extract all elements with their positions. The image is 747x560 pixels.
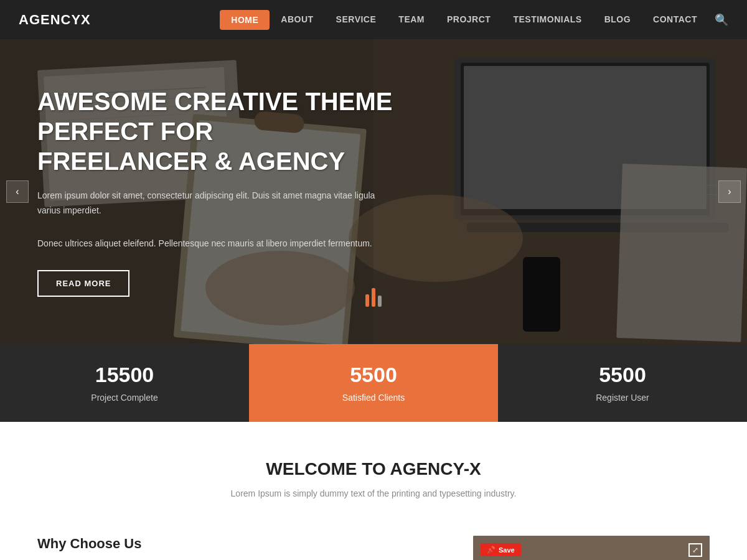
hero-decoration bbox=[365, 288, 382, 307]
hero-prev-button[interactable]: ‹ bbox=[6, 180, 29, 203]
welcome-heading: WELCOME TO AGENCY-X bbox=[19, 459, 728, 479]
hero-content: AWESOME CREATIVE THEME PERFECT FOR FREEL… bbox=[0, 86, 436, 297]
stat-item-projects: 15500 Project Complete bbox=[0, 344, 249, 422]
nav-item-contact[interactable]: CONTACT bbox=[642, 0, 708, 39]
save-label: Save bbox=[499, 546, 515, 554]
nav-link-team[interactable]: TEAM bbox=[387, 0, 436, 39]
deco-bar-2 bbox=[372, 288, 375, 307]
stat-item-users: 5500 Register User bbox=[498, 344, 747, 422]
nav-link-testimonials[interactable]: TESTIMONIALS bbox=[502, 0, 593, 39]
nav-link-contact[interactable]: CONTACT bbox=[642, 0, 708, 39]
save-badge[interactable]: 📌 Save bbox=[481, 543, 521, 556]
nav-item-home[interactable]: HOME bbox=[220, 10, 270, 30]
deco-bar-1 bbox=[365, 294, 369, 307]
nav-link-blog[interactable]: BLOG bbox=[593, 0, 642, 39]
chevron-right-icon: › bbox=[728, 186, 731, 197]
nav-link-service[interactable]: SERVICE bbox=[325, 0, 388, 39]
stat-item-clients: 5500 Satisfied Clients bbox=[249, 344, 498, 422]
hero-next-button[interactable]: › bbox=[718, 180, 741, 203]
nav-item-about[interactable]: ABOUT bbox=[270, 0, 324, 39]
read-more-button[interactable]: READ MORE bbox=[37, 270, 129, 297]
navbar: AGENCYX HOME ABOUT SERVICE TEAM PROJRCT … bbox=[0, 0, 747, 39]
nav-item-project[interactable]: PROJRCT bbox=[436, 0, 502, 39]
why-image-container: 📌 Save ⤢ bbox=[473, 536, 710, 560]
stat-number-projects: 15500 bbox=[12, 363, 237, 387]
expand-icon[interactable]: ⤢ bbox=[688, 543, 702, 557]
expand-arrows-icon: ⤢ bbox=[692, 546, 698, 554]
nav-link-about[interactable]: ABOUT bbox=[270, 0, 324, 39]
why-choose-section: Why Choose Us Lorem Ipsum is simply dumm… bbox=[0, 517, 747, 560]
chevron-left-icon: ‹ bbox=[16, 186, 19, 197]
deco-bar-3 bbox=[378, 296, 382, 307]
hero-heading: AWESOME CREATIVE THEME PERFECT FOR FREEL… bbox=[37, 86, 398, 176]
hero-paragraph-2: Donec ultrices aliquet eleifend. Pellent… bbox=[37, 236, 398, 251]
welcome-section: WELCOME TO AGENCY-X Lorem Ipsum is simpl… bbox=[0, 422, 747, 517]
nav-item-service[interactable]: SERVICE bbox=[325, 0, 388, 39]
nav-item-testimonials[interactable]: TESTIMONIALS bbox=[502, 0, 593, 39]
nav-item-team[interactable]: TEAM bbox=[387, 0, 436, 39]
nav-links: HOME ABOUT SERVICE TEAM PROJRCT TESTIMON… bbox=[220, 0, 708, 39]
stat-label-users: Register User bbox=[596, 393, 649, 403]
stat-number-users: 5500 bbox=[510, 363, 735, 387]
stat-label-projects: Project Complete bbox=[91, 393, 157, 403]
why-heading: Why Choose Us bbox=[37, 536, 448, 552]
nav-item-blog[interactable]: BLOG bbox=[593, 0, 642, 39]
nav-link-project[interactable]: PROJRCT bbox=[436, 0, 502, 39]
site-logo: AGENCYX bbox=[19, 12, 91, 28]
save-pin-icon: 📌 bbox=[487, 546, 496, 554]
hero-section: ‹ AWESOME CREATIVE THEME PERFECT FOR FRE… bbox=[0, 39, 747, 344]
stat-number-clients: 5500 bbox=[261, 363, 486, 387]
stats-bar: 15500 Project Complete 5500 Satisfied Cl… bbox=[0, 344, 747, 422]
nav-link-home[interactable]: HOME bbox=[220, 10, 270, 30]
welcome-description: Lorem Ipsum is simply dummy text of the … bbox=[187, 488, 560, 498]
why-text-content: Why Choose Us Lorem Ipsum is simply dumm… bbox=[37, 536, 448, 560]
search-icon[interactable]: 🔍 bbox=[715, 13, 728, 27]
hero-paragraph-1: Lorem ipsum dolor sit amet, consectetur … bbox=[37, 189, 398, 218]
stat-label-clients: Satisfied Clients bbox=[342, 393, 405, 403]
